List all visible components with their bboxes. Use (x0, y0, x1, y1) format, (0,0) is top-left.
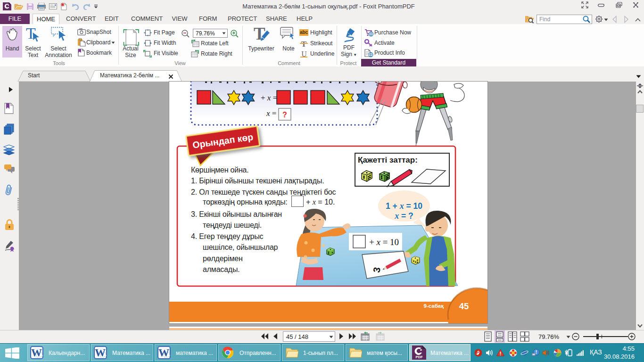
svg-text:+ x =: + x = (261, 93, 277, 102)
svg-text:+ x = 10: + x = 10 (369, 237, 399, 247)
svg-text:9-сабақ: 9-сабақ (424, 303, 444, 309)
svg-text:1 + x = 10: 1 + x = 10 (386, 201, 422, 211)
svg-text:!: ! (536, 350, 537, 355)
svg-text:?: ? (282, 111, 287, 119)
svg-text:x = ?: x = ? (394, 211, 413, 221)
svg-text:45: 45 (459, 301, 469, 311)
svg-text:PDF: PDF (416, 355, 423, 359)
svg-text:x =: x = (266, 109, 276, 118)
svg-text:Қажетті заттар:: Қажетті заттар: (358, 156, 418, 165)
